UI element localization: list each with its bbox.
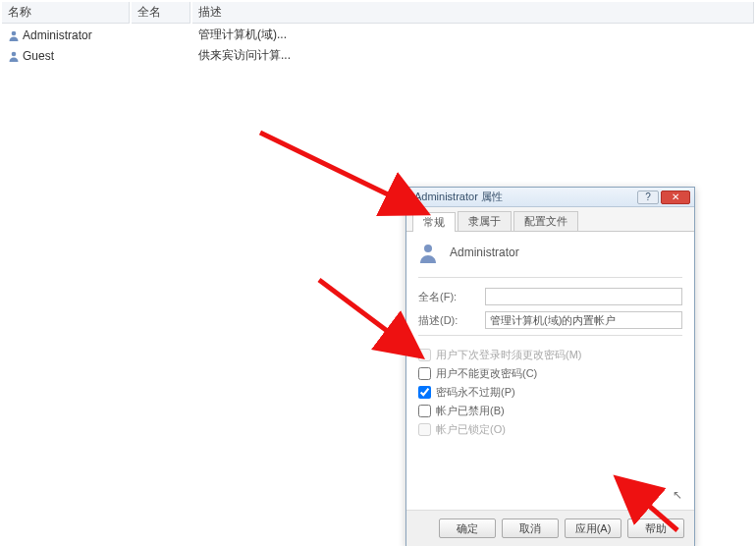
table-row[interactable]: Guest 供来宾访问计算...: [2, 46, 754, 65]
close-icon[interactable]: ✕: [661, 191, 690, 204]
checkbox-account-disabled[interactable]: [418, 405, 431, 417]
fullname-input[interactable]: [485, 288, 682, 305]
tab-strip: 常规 隶属于 配置文件: [406, 207, 694, 232]
svg-line-4: [319, 280, 417, 354]
checkbox-account-locked: [418, 423, 431, 436]
user-icon: [8, 50, 20, 62]
dialog-username: Administrator: [450, 246, 519, 259]
svg-line-3: [260, 133, 422, 211]
cancel-button[interactable]: 取消: [502, 519, 559, 538]
user-name: Guest: [23, 49, 54, 63]
divider: [418, 277, 682, 278]
svg-point-2: [424, 245, 432, 252]
cursor-icon: ↖: [418, 488, 682, 502]
check-account-disabled[interactable]: 帐户已禁用(B): [418, 402, 682, 420]
col-header-fullname[interactable]: 全名: [132, 2, 190, 24]
user-name: Administrator: [23, 28, 92, 42]
check-password-never-expires[interactable]: 密码永不过期(P): [418, 383, 682, 402]
user-desc: 管理计算机(域)...: [192, 26, 754, 44]
check-must-change-password: 用户下次登录时须更改密码(M): [418, 346, 682, 364]
ok-button[interactable]: 确定: [439, 519, 496, 538]
tab-general[interactable]: 常规: [412, 212, 456, 232]
svg-point-1: [12, 52, 17, 57]
users-table: 名称 全名 描述 Administrator 管理计算机(域)... Guest…: [0, 0, 756, 67]
col-header-name[interactable]: 名称: [2, 2, 130, 24]
user-large-icon: [418, 242, 438, 263]
tab-profile[interactable]: 配置文件: [513, 211, 578, 231]
checkbox-never-expire[interactable]: [418, 386, 431, 399]
checkbox-must-change: [418, 349, 431, 361]
properties-dialog: Administrator 属性 ? ✕ 常规 隶属于 配置文件 Adminis…: [405, 187, 695, 546]
tab-member-of[interactable]: 隶属于: [458, 211, 512, 231]
fullname-label: 全名(F):: [418, 290, 485, 304]
description-input[interactable]: [485, 311, 682, 329]
checkbox-cannot-change[interactable]: [418, 367, 431, 380]
description-label: 描述(D):: [418, 313, 485, 328]
apply-button[interactable]: 应用(A): [565, 519, 621, 538]
divider: [418, 335, 682, 336]
dialog-title: Administrator 属性: [414, 190, 637, 204]
dialog-titlebar[interactable]: Administrator 属性 ? ✕: [406, 188, 694, 207]
table-row[interactable]: Administrator 管理计算机(域)...: [2, 26, 754, 44]
col-header-desc[interactable]: 描述: [192, 2, 754, 24]
svg-point-0: [12, 31, 17, 36]
check-account-locked: 帐户已锁定(O): [418, 420, 682, 439]
help-titlebar-button[interactable]: ?: [637, 191, 659, 204]
dialog-button-bar: 确定 取消 应用(A) 帮助: [406, 510, 694, 546]
check-cannot-change-password[interactable]: 用户不能更改密码(C): [418, 364, 682, 383]
user-icon: [8, 29, 20, 41]
user-desc: 供来宾访问计算...: [192, 46, 754, 65]
help-button[interactable]: 帮助: [627, 519, 684, 538]
